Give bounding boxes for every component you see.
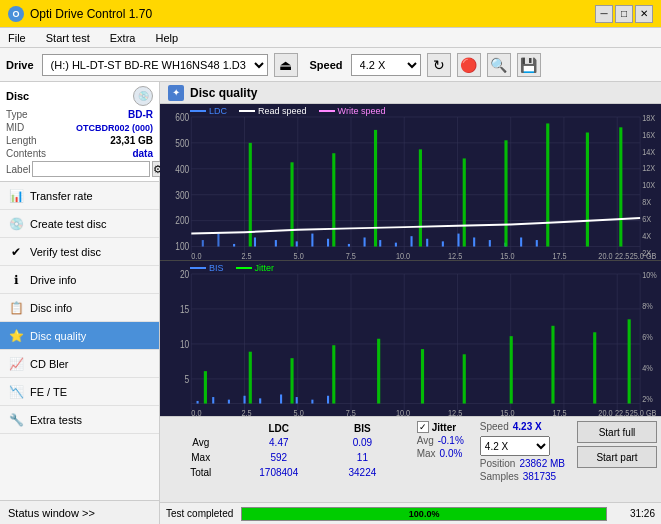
svg-rect-91	[212, 397, 214, 403]
max-bis-value: 11	[326, 451, 398, 464]
svg-rect-44	[504, 140, 507, 246]
jitter-avg-label: Avg	[417, 435, 434, 446]
svg-rect-99	[204, 371, 207, 403]
speed-select-bottom[interactable]: 4.2 X	[480, 436, 550, 456]
max-label: Max	[170, 451, 231, 464]
drive-select[interactable]: (H:) HL-DT-ST BD-RE WH16NS48 1.D3	[42, 54, 268, 76]
drive-label: Drive	[6, 59, 34, 71]
menu-help[interactable]: Help	[151, 31, 182, 45]
svg-rect-42	[419, 149, 422, 246]
svg-rect-95	[280, 394, 282, 403]
sidebar-item-extra-tests[interactable]: 🔧 Extra tests	[0, 406, 159, 434]
avg-bis-value: 0.09	[326, 436, 398, 449]
legend-bis-color	[190, 267, 206, 269]
menu-start-test[interactable]: Start test	[42, 31, 94, 45]
disc-section-label: Disc	[6, 90, 29, 102]
start-part-button[interactable]: Start part	[577, 446, 657, 468]
disc-contents-row: Contents data	[6, 148, 153, 159]
svg-rect-19	[233, 244, 235, 247]
svg-text:6%: 6%	[642, 332, 653, 342]
transfer-rate-icon: 📊	[8, 188, 24, 204]
jitter-checkbox[interactable]: ✓	[417, 421, 429, 433]
start-full-button[interactable]: Start full	[577, 421, 657, 443]
svg-rect-21	[275, 240, 277, 246]
svg-text:200: 200	[175, 215, 189, 227]
fe-te-label: FE / TE	[30, 386, 67, 398]
jitter-avg-value: -0.1%	[438, 435, 464, 446]
svg-rect-47	[619, 127, 622, 246]
sidebar-item-verify-test-disc[interactable]: ✔ Verify test disc	[0, 238, 159, 266]
svg-rect-97	[311, 399, 313, 403]
menu-file[interactable]: File	[4, 31, 30, 45]
sidebar-item-disc-info[interactable]: 📋 Disc info	[0, 294, 159, 322]
svg-text:300: 300	[175, 189, 189, 201]
svg-rect-46	[586, 133, 589, 247]
svg-rect-107	[551, 325, 554, 403]
test-completed-label: Test completed	[166, 508, 233, 519]
save-button[interactable]: 💾	[517, 53, 541, 77]
speed-select-toolbar[interactable]: 4.2 X	[351, 54, 421, 76]
legend-ldc-label: LDC	[209, 106, 227, 116]
verify-test-disc-label: Verify test disc	[30, 246, 101, 258]
samples-value: 381735	[523, 471, 556, 482]
scan-button[interactable]: 🔍	[487, 53, 511, 77]
svg-rect-98	[327, 395, 329, 403]
status-window-button[interactable]: Status window >>	[0, 500, 159, 524]
svg-text:8X: 8X	[642, 197, 651, 207]
total-bis-value: 34224	[326, 466, 398, 479]
disc-panel: Disc 💿 Type BD-R MID OTCBDR002 (000) Len…	[0, 82, 159, 182]
svg-text:15: 15	[180, 302, 189, 314]
svg-text:7.5: 7.5	[346, 408, 357, 416]
svg-rect-101	[290, 358, 293, 403]
maximize-button[interactable]: □	[615, 5, 633, 23]
progress-bar: 100.0%	[241, 507, 607, 521]
legend-jitter-label: Jitter	[255, 263, 275, 273]
disc-length-value: 23,31 GB	[110, 135, 153, 146]
chart-ldc-legend: LDC Read speed Write speed	[190, 106, 385, 116]
sidebar-item-fe-te[interactable]: 📉 FE / TE	[0, 378, 159, 406]
close-button[interactable]: ✕	[635, 5, 653, 23]
svg-rect-104	[421, 349, 424, 403]
disc-mid-value: OTCBDR002 (000)	[76, 123, 153, 133]
position-label: Position	[480, 458, 516, 469]
total-ldc-value: 1708404	[233, 466, 324, 479]
menu-extra[interactable]: Extra	[106, 31, 140, 45]
eject-button[interactable]: ⏏	[274, 53, 298, 77]
window-controls[interactable]: ─ □ ✕	[595, 5, 653, 23]
sidebar-item-drive-info[interactable]: ℹ Drive info	[0, 266, 159, 294]
legend-write-speed-label: Write speed	[338, 106, 386, 116]
disc-quality-icon: ⭐	[8, 328, 24, 344]
svg-text:0.0: 0.0	[191, 408, 202, 416]
legend-ldc-color	[190, 110, 206, 112]
disc-mid-label: MID	[6, 122, 24, 133]
legend-write-speed-color	[319, 110, 335, 112]
samples-row: Samples 381735	[480, 471, 565, 482]
legend-write-speed: Write speed	[319, 106, 386, 116]
svg-rect-30	[426, 239, 428, 247]
svg-rect-39	[290, 162, 293, 246]
disc-quality-header: ✦ Disc quality	[160, 82, 661, 104]
sidebar-item-transfer-rate[interactable]: 📊 Transfer rate	[0, 182, 159, 210]
jitter-checkbox-label: Jitter	[432, 422, 456, 433]
verify-test-disc-icon: ✔	[8, 244, 24, 260]
sidebar-item-cd-bler[interactable]: 📈 CD Bler	[0, 350, 159, 378]
app-logo: O	[8, 6, 24, 22]
speed-pos-area: Speed 4.23 X 4.2 X Position 23862 MB Sam…	[472, 417, 573, 502]
disc-contents-value: data	[132, 148, 153, 159]
svg-text:8%: 8%	[642, 301, 653, 311]
disc-icon: 💿	[133, 86, 153, 106]
sidebar-item-create-test-disc[interactable]: 💿 Create test disc	[0, 210, 159, 238]
burn-button[interactable]: 🔴	[457, 53, 481, 77]
minimize-button[interactable]: ─	[595, 5, 613, 23]
chart-ldc-svg: 600 500 400 300 200 100 18X 16X 14X 12X …	[160, 104, 661, 260]
disc-label-input[interactable]	[32, 161, 150, 177]
title-bar-left: O Opti Drive Control 1.70	[8, 6, 152, 22]
svg-rect-33	[473, 237, 475, 246]
disc-label-row: Label ⚙	[6, 161, 153, 177]
svg-rect-94	[259, 398, 261, 403]
chart-bis-svg: 20 15 10 5 10% 8% 6% 4% 2% 0.0 2.5 5.0 7…	[160, 261, 661, 417]
sidebar-item-disc-quality[interactable]: ⭐ Disc quality	[0, 322, 159, 350]
menu-bar: File Start test Extra Help	[0, 28, 661, 48]
col-header-bis: BIS	[326, 423, 398, 434]
refresh-button[interactable]: ↻	[427, 53, 451, 77]
